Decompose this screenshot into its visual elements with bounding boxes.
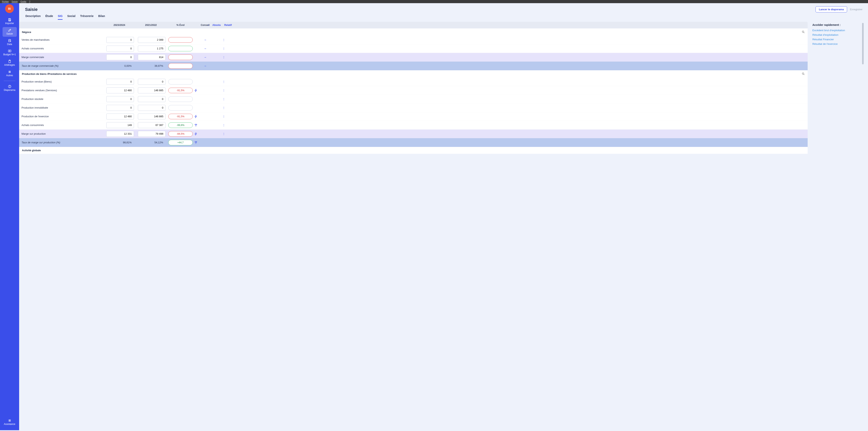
evol-pill bbox=[168, 96, 193, 102]
value-input-prev[interactable] bbox=[138, 37, 165, 43]
table-header: 2023/2024 2021/2022 % Évol Conseil ‹ Abs… bbox=[19, 22, 808, 28]
value-input-current[interactable] bbox=[106, 46, 134, 52]
search-icon[interactable] bbox=[802, 72, 805, 76]
menu-saisie[interactable]: Saisie bbox=[12, 0, 18, 3]
table-row: Taux de marge sur production (%) 98,81% … bbox=[19, 138, 808, 147]
table-row: Taux de marge commerciale (%) 0,00% 38,9… bbox=[19, 62, 808, 70]
quick-access-title: Accéder rapidement : bbox=[812, 23, 859, 26]
save-icon bbox=[8, 18, 11, 22]
play-icon bbox=[8, 49, 11, 53]
row-menu-icon[interactable]: ⋮ bbox=[216, 123, 232, 126]
tabs: Description Étude SIG Social Trésorerie … bbox=[19, 13, 868, 20]
conseil-arrow-icon[interactable]: → bbox=[194, 38, 216, 41]
sidebar-item-autres[interactable]: Autres bbox=[3, 69, 17, 78]
os-menu-bar: Fichier Saisie Outils ? bbox=[0, 0, 868, 3]
section-activite: Activité globale bbox=[19, 147, 808, 154]
section-negoce: Négoce bbox=[19, 28, 808, 35]
quick-link-resultat-exploitation[interactable]: Résultat d'exploitation bbox=[812, 33, 859, 36]
conseil-arrow-icon[interactable]: → bbox=[194, 64, 216, 67]
row-menu-icon[interactable]: ⋮ bbox=[216, 89, 232, 92]
quick-link-ebe[interactable]: Excédent brut d'exploitation bbox=[812, 29, 859, 32]
row-menu-icon[interactable]: ⋮ bbox=[216, 38, 232, 41]
evol-pill: -99,8% bbox=[168, 122, 193, 128]
value-input-current[interactable] bbox=[106, 54, 134, 60]
table-row: Marge sur production -84,5% ⋮ bbox=[19, 130, 808, 138]
quick-link-resultat-financier[interactable]: Résultat Financier bbox=[812, 38, 859, 41]
trophy-icon[interactable] bbox=[194, 123, 216, 127]
sidebar-item-diaporama[interactable]: Diaporama bbox=[3, 83, 17, 93]
value-input-prev[interactable] bbox=[138, 96, 165, 102]
menu-outils[interactable]: Outils bbox=[21, 0, 26, 3]
chevron-left-icon[interactable]: ‹ bbox=[208, 24, 209, 26]
value-input-prev[interactable] bbox=[138, 105, 165, 111]
tab-social[interactable]: Social bbox=[67, 15, 75, 20]
row-menu-icon[interactable]: ⋮ bbox=[216, 132, 232, 135]
sidebar-item-importer[interactable]: Importer bbox=[3, 17, 17, 26]
value-text-current: 0,00% bbox=[106, 64, 134, 67]
main-area: Saisie Lancer le diaporama Enregistrer D… bbox=[19, 3, 868, 430]
value-input-current[interactable] bbox=[106, 96, 134, 102]
menu-file[interactable]: Fichier bbox=[2, 0, 9, 3]
sidebar-item-data[interactable]: Data bbox=[3, 37, 17, 47]
svg-point-1 bbox=[8, 39, 11, 40]
tab-tresorerie[interactable]: Trésorerie bbox=[80, 15, 94, 20]
value-input-prev[interactable] bbox=[138, 131, 165, 137]
value-input-prev[interactable] bbox=[138, 114, 165, 119]
trophy-icon[interactable] bbox=[194, 141, 216, 144]
table-row: Production stockée ⋮ bbox=[19, 95, 808, 104]
evol-pill bbox=[168, 37, 193, 42]
value-input-prev[interactable] bbox=[138, 79, 165, 85]
value-input-current[interactable] bbox=[106, 87, 134, 93]
table-row: Achats consommés → ⋮ bbox=[19, 44, 808, 53]
row-menu-icon[interactable]: ⋮ bbox=[216, 56, 232, 59]
tab-bilan[interactable]: Bilan bbox=[98, 15, 105, 20]
sidebar-item-arbitrages[interactable]: Arbitrages bbox=[3, 58, 17, 68]
scrollbar[interactable] bbox=[862, 22, 864, 429]
evol-pill: +44,7 bbox=[168, 140, 193, 145]
row-menu-icon[interactable]: ⋮ bbox=[216, 106, 232, 109]
save-button[interactable]: Enregistrer bbox=[850, 8, 863, 11]
value-input-current[interactable] bbox=[106, 114, 134, 119]
value-input-prev[interactable] bbox=[138, 87, 165, 93]
sidebar-item-saisie[interactable]: Saisie bbox=[3, 27, 17, 37]
value-input-current[interactable] bbox=[106, 37, 134, 43]
tab-sig[interactable]: SIG bbox=[58, 15, 63, 20]
option-absolu[interactable]: Absolu bbox=[212, 24, 221, 26]
page-title: Saisie bbox=[25, 7, 38, 12]
tab-etude[interactable]: Étude bbox=[45, 15, 53, 20]
row-label: Marge sur production bbox=[21, 132, 103, 135]
value-input-current[interactable] bbox=[106, 122, 134, 128]
svg-point-9 bbox=[802, 73, 804, 75]
sidebar: Bi Importer Saisie Data Budget N+1 Arbit… bbox=[0, 3, 19, 430]
conseil-arrow-icon[interactable]: → bbox=[194, 47, 216, 50]
sidebar-item-assistance[interactable]: Assistance bbox=[3, 418, 17, 427]
svg-point-8 bbox=[802, 31, 804, 33]
evol-pill bbox=[168, 55, 193, 60]
sidebar-item-budget[interactable]: Budget N+1 bbox=[3, 48, 17, 57]
lightning-icon[interactable] bbox=[194, 132, 216, 136]
launch-slideshow-button[interactable]: Lancer le diaporama bbox=[815, 6, 847, 12]
row-menu-icon[interactable]: ⋮ bbox=[216, 47, 232, 50]
lightning-icon[interactable] bbox=[194, 115, 216, 118]
value-text-current: 98,81% bbox=[106, 141, 134, 144]
value-input-prev[interactable] bbox=[138, 122, 165, 128]
tab-description[interactable]: Description bbox=[26, 15, 41, 20]
table-row: Achats consommés -99,8% ⋮ bbox=[19, 121, 808, 130]
row-menu-icon[interactable]: ⋮ bbox=[216, 80, 232, 83]
value-input-current[interactable] bbox=[106, 79, 134, 85]
value-input-current[interactable] bbox=[106, 131, 134, 137]
value-input-prev[interactable] bbox=[138, 46, 165, 52]
value-input-current[interactable] bbox=[106, 105, 134, 111]
row-label: Prestations vendues (Services) bbox=[21, 89, 103, 92]
row-menu-icon[interactable]: ⋮ bbox=[216, 97, 232, 100]
search-icon[interactable] bbox=[802, 30, 805, 34]
conseil-arrow-icon[interactable]: → bbox=[194, 56, 216, 59]
value-input-prev[interactable] bbox=[138, 54, 165, 60]
menu-help[interactable]: ? bbox=[29, 0, 30, 3]
lightning-icon[interactable] bbox=[194, 89, 216, 92]
evol-pill bbox=[168, 63, 193, 69]
row-label: Marge commerciale bbox=[21, 56, 103, 59]
row-menu-icon[interactable]: ⋮ bbox=[216, 115, 232, 118]
option-relatif[interactable]: Relatif bbox=[224, 24, 232, 26]
quick-link-resultat-exercice[interactable]: Résultat de l'exercice bbox=[812, 42, 859, 46]
